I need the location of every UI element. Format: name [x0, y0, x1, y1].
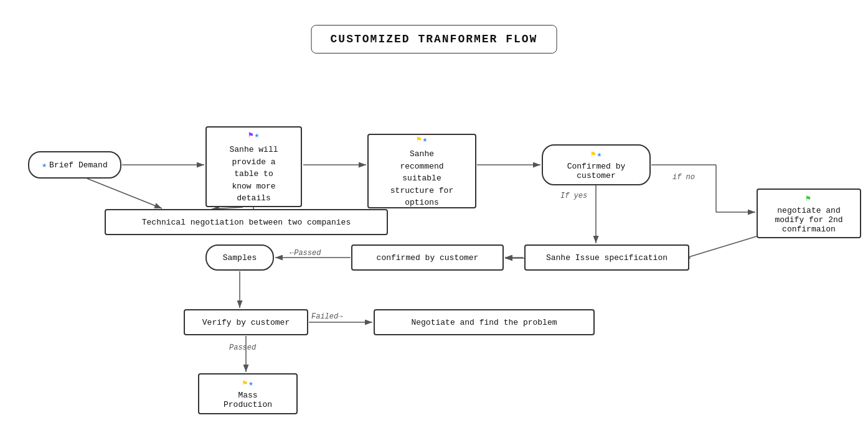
node-negotiate-modify: ⚑ negotiate andmodify for 2ndconfirmaion: [757, 188, 861, 238]
negotiate-modify-label: negotiate andmodify for 2ndconfirmaion: [775, 206, 842, 234]
flag-yellow-icon3: ⚑: [242, 378, 247, 388]
flag-yellow-icon1: ⚑: [417, 134, 422, 146]
node-mass-production: ⚑ ★ MassProduction: [198, 373, 298, 414]
diagram-container: CUSTOMIZED TRANFORMER FLOW: [0, 0, 868, 428]
label-if-no: if no: [672, 173, 695, 182]
star-blue-icon4: ★: [248, 378, 253, 388]
label-passed2: Passed: [229, 343, 256, 352]
flag-green-icon: ⚑: [806, 193, 811, 203]
node-negotiate-problem: Negotiate and find the problem: [374, 309, 595, 335]
node-sanhe-table: ⚑ ★ Sanhe willprovide atable toknow more…: [205, 126, 302, 207]
node-sanhe-recommend: ⚑ ★ Sanherecommendsuitablestructure foro…: [367, 134, 476, 208]
svg-line-4: [685, 236, 757, 258]
sanhe-issue-label: Sanhe Issue specification: [546, 253, 668, 263]
technical-label: Technical negotiation between two compan…: [142, 218, 351, 227]
confirmed-label: Confirmed bycustomer: [567, 162, 626, 180]
flag-purple-icon: ⚑: [248, 129, 253, 142]
label-failed: Failed→: [311, 312, 342, 321]
confirmed-customer-label: confirmed by customer: [377, 253, 479, 263]
star-blue-icon3: ★: [597, 149, 602, 159]
diagram-title: CUSTOMIZED TRANFORMER FLOW: [311, 25, 557, 54]
node-technical: Technical negotiation between two compan…: [105, 209, 388, 235]
label-if-yes: If yes: [560, 192, 587, 200]
flag-yellow-icon2: ⚑: [591, 149, 596, 159]
node-brief-demand: ★ Brief Demand: [28, 151, 121, 179]
node-samples: Samples: [205, 244, 274, 271]
sanhe-recommend-label: Sanherecommendsuitablestructure foroptio…: [390, 148, 453, 209]
arrow-brief-to-tech: [87, 179, 162, 208]
node-verify: Verify by customer: [184, 309, 308, 335]
star-icon: ★: [42, 160, 47, 170]
verify-label: Verify by customer: [202, 318, 290, 327]
label-passed1: ←Passed: [290, 249, 321, 258]
samples-label: Samples: [223, 253, 257, 263]
star-blue-icon2: ★: [422, 134, 427, 146]
sanhe-table-label: Sanhe willprovide atable toknow moredeta…: [229, 144, 278, 205]
negotiate-problem-label: Negotiate and find the problem: [411, 318, 557, 327]
title-text: CUSTOMIZED TRANFORMER FLOW: [331, 33, 538, 45]
mass-production-label: MassProduction: [224, 391, 272, 409]
node-sanhe-issue: Sanhe Issue specification: [524, 244, 689, 271]
node-confirmed-customer: confirmed by customer: [351, 244, 504, 271]
node-confirmed: ⚑ ★ Confirmed bycustomer: [542, 144, 651, 185]
star-blue-icon: ★: [254, 129, 259, 142]
brief-demand-label: Brief Demand: [49, 160, 108, 170]
